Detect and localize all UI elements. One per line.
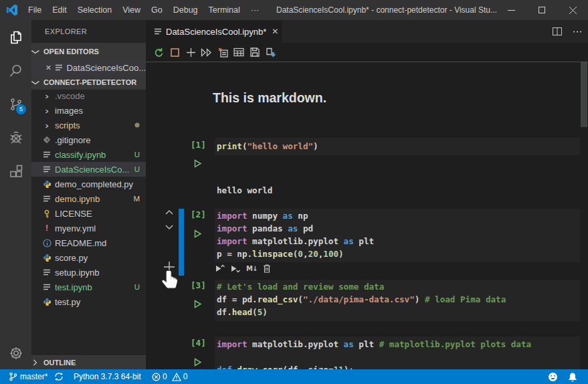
run-all-icon[interactable] <box>199 46 215 58</box>
run-cell-icon[interactable] <box>194 229 202 238</box>
more-actions-icon[interactable] <box>572 26 583 37</box>
close-icon[interactable]: ✕ <box>45 64 52 72</box>
yaml-file-icon: ! <box>45 223 48 233</box>
active-cell-bar <box>179 209 184 276</box>
search-icon[interactable] <box>8 63 24 79</box>
warning-count: 0 <box>183 372 188 381</box>
outline-header[interactable]: OUTLINE <box>31 355 146 369</box>
menu-view[interactable]: View <box>117 0 146 20</box>
python-interpreter-item[interactable]: Python 3.7.3 64-bit <box>74 369 141 384</box>
file-row-test.ipynb[interactable]: test.ipynbU <box>31 280 146 294</box>
menu-selection[interactable]: Selection <box>72 0 117 20</box>
notifications-bell-icon[interactable] <box>568 369 577 384</box>
file-row-setup.ipynb[interactable]: setup.ipynb <box>31 265 146 280</box>
minimize-button[interactable] <box>496 0 526 20</box>
file-row-score.py[interactable]: score.py <box>31 250 146 265</box>
delete-cell-icon[interactable] <box>263 264 271 273</box>
close-button[interactable] <box>557 0 588 20</box>
file-row-classify.ipynb[interactable]: classify.ipynbU <box>31 147 146 162</box>
execution-count-3: [3] <box>191 280 211 290</box>
add-cell-icon[interactable] <box>183 46 199 58</box>
move-cell-up-icon[interactable] <box>165 209 174 217</box>
code-line: import numpy as np <box>217 209 374 222</box>
code-line: import matplotlib.pyplot as plt # matplo… <box>217 338 531 351</box>
file-row-demo_completed.py[interactable]: demo_completed.py <box>31 177 146 191</box>
run-cell-icon[interactable] <box>194 300 202 308</box>
extensions-icon[interactable] <box>8 163 24 179</box>
menu-debug[interactable]: Debug <box>168 0 203 20</box>
scm-badge: 5 <box>16 104 26 114</box>
open-editors-label: OPEN EDITORS <box>43 47 99 56</box>
feedback-smiley-icon[interactable] <box>548 369 558 384</box>
code-cell-2[interactable]: import numpy as npimport pandas as pdimp… <box>215 209 580 262</box>
file-row-demo.ipynb[interactable]: demo.ipynbM <box>31 191 146 206</box>
title-bar: FileEditSelectionViewGoDebugTerminal··· … <box>0 0 588 20</box>
status-bar: master* Python 3.7.3 64-bit 0 0 <box>0 369 588 384</box>
code-cell-4[interactable]: import matplotlib.pyplot as plt # matplo… <box>215 337 580 369</box>
tab-notebook[interactable]: DataScienceIsCool.ipynb* ✕ <box>146 20 282 43</box>
run-cells-above-icon[interactable] <box>215 264 225 273</box>
export-icon[interactable] <box>263 46 279 58</box>
menu-[interactable]: ··· <box>246 0 265 20</box>
file-row-scripts[interactable]: ›scripts <box>31 118 146 132</box>
to-markdown-icon[interactable]: M↓ <box>246 265 257 272</box>
notebook-file-icon <box>154 27 162 35</box>
branch-name: master* <box>20 372 47 381</box>
git-status-badge: U <box>134 165 140 173</box>
folder-section-label: CONNECT-PETDETECTOR <box>43 78 136 86</box>
code-cell-1[interactable]: print("hello world") <box>215 138 580 155</box>
notebook-toolbar <box>146 43 588 62</box>
menu-file[interactable]: File <box>23 0 47 20</box>
file-row-README.md[interactable]: README.md <box>31 235 146 250</box>
code-line: def draw_corr(df, size=11): <box>217 363 531 369</box>
file-name: LICENSE <box>55 209 92 219</box>
chevron-right-icon: › <box>45 91 49 101</box>
file-row-test.py[interactable]: test.py <box>31 294 146 309</box>
menu-go[interactable]: Go <box>146 0 168 20</box>
menu-terminal[interactable]: Terminal <box>203 0 246 20</box>
vscode-logo-icon <box>6 4 18 16</box>
variable-explorer-icon[interactable] <box>231 46 247 58</box>
file-row-myenv.yml[interactable]: !myenv.yml <box>31 221 146 235</box>
menu-edit[interactable]: Edit <box>47 0 72 20</box>
cell-toolbar: M↓ <box>215 264 271 273</box>
open-editors-header[interactable]: OPEN EDITORS <box>31 43 146 60</box>
run-cell-icon[interactable] <box>194 358 202 367</box>
file-row-DataScienceIsCo...[interactable]: DataScienceIsCo...U <box>31 162 146 177</box>
move-cell-down-icon[interactable] <box>165 223 174 231</box>
restart-kernel-icon[interactable] <box>151 46 167 58</box>
debug-icon[interactable] <box>8 130 24 146</box>
code-cell-3[interactable]: # Let's load and review some datadf = pd… <box>215 280 580 321</box>
tab-close-icon[interactable]: ✕ <box>272 27 278 36</box>
readme-file-icon <box>43 239 52 248</box>
explorer-icon[interactable] <box>8 29 24 45</box>
folder-section-header[interactable]: CONNECT-PETDETECTOR <box>31 75 146 90</box>
split-editor-icon[interactable] <box>552 26 563 37</box>
git-modified-dot-badge <box>134 122 140 128</box>
run-cells-below-icon[interactable] <box>231 264 240 273</box>
open-editor-item[interactable]: ✕ DataScienceIsCoo... <box>31 60 146 75</box>
git-branch-item[interactable]: master* <box>9 369 47 384</box>
save-icon[interactable] <box>247 46 263 58</box>
settings-gear-icon[interactable] <box>8 345 24 361</box>
file-name: classify.ipynb <box>55 150 106 160</box>
problems-item[interactable]: 0 0 <box>152 369 187 384</box>
python-file-icon <box>43 254 52 262</box>
chevron-right-icon <box>33 359 43 366</box>
cell-output: hello world <box>217 185 272 195</box>
execution-count-1: [1] <box>191 140 211 150</box>
file-row-.gitignore[interactable]: .gitignore <box>31 132 146 147</box>
editor-divider <box>146 62 588 62</box>
file-row-images[interactable]: ›images <box>31 103 146 118</box>
editor-actions <box>552 20 583 43</box>
interrupt-kernel-icon[interactable] <box>167 46 183 58</box>
notebook-file-icon <box>43 195 51 203</box>
run-cell-icon[interactable] <box>194 159 202 168</box>
file-row-.vscode[interactable]: ›.vscode <box>31 88 146 103</box>
sync-item[interactable] <box>54 369 64 384</box>
file-row-LICENSE[interactable]: LICENSE <box>31 206 146 221</box>
insert-cell-icon[interactable] <box>215 46 231 58</box>
maximize-button[interactable] <box>526 0 557 20</box>
scrollbar-thumb[interactable] <box>581 62 587 127</box>
code-line: print("hello world") <box>217 140 318 153</box>
